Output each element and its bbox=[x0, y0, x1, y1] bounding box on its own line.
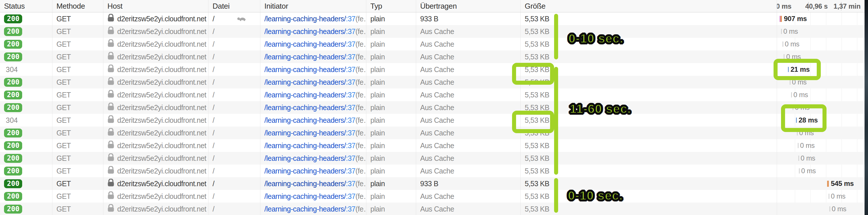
column-header-transferred[interactable]: Übertragen bbox=[416, 0, 521, 12]
initiator-cause: (fe… bbox=[355, 180, 366, 188]
status-badge: 200 bbox=[4, 53, 22, 61]
column-header-type[interactable]: Typ bbox=[366, 0, 416, 12]
request-row[interactable]: 304GETd2eritzsw5e2yi.cloudfront.net//lea… bbox=[0, 63, 868, 76]
initiator-link[interactable]: /learning-caching-headers/:37 bbox=[265, 91, 355, 99]
waterfall-cell: 0 ms bbox=[777, 190, 868, 203]
request-row[interactable]: 200GETd2eritzsw5e2yi.cloudfront.net//lea… bbox=[0, 164, 868, 177]
initiator-line-number: :37 bbox=[346, 15, 355, 23]
initiator-link[interactable]: /learning-caching-headers/:37 bbox=[265, 154, 355, 162]
waterfall-duration-text: 0 ms bbox=[786, 51, 801, 63]
column-header-label: Größe bbox=[525, 2, 546, 11]
initiator-link[interactable]: /learning-caching-headers/:37 bbox=[265, 180, 355, 188]
initiator-link[interactable]: /learning-caching-headers/:37 bbox=[265, 27, 355, 36]
request-row[interactable]: 200GETd2eritzsw5e2yi.cloudfront.net//lea… bbox=[0, 190, 868, 203]
desktop-wallpaper-edge bbox=[865, 0, 868, 215]
status-text: 304 bbox=[4, 116, 18, 124]
transferred-text: 933 B bbox=[420, 15, 438, 23]
initiator-link[interactable]: /learning-caching-headers/:37 bbox=[265, 192, 355, 201]
waterfall-timing-tick bbox=[829, 206, 830, 212]
initiator-link[interactable]: /learning-caching-headers/:37 bbox=[265, 78, 355, 87]
column-header-initiator[interactable]: Initiator bbox=[260, 0, 366, 12]
lock-icon bbox=[107, 141, 114, 150]
size-cell: 5,53 KB bbox=[521, 139, 777, 152]
column-header-waterfall[interactable]: 0 ms40,96 s1,37 min bbox=[777, 0, 868, 12]
initiator-link[interactable]: /learning-caching-headers/:37 bbox=[265, 40, 355, 49]
size-text: 5,53 KB bbox=[525, 15, 549, 23]
waterfall-timing-tick bbox=[793, 105, 794, 110]
column-header-size[interactable]: Größe bbox=[521, 0, 777, 12]
host-text: d2eritzsw5e2yi.cloudfront.net bbox=[117, 91, 206, 99]
initiator-link[interactable]: /learning-caching-headers/:37 bbox=[265, 116, 355, 124]
method-text: GET bbox=[57, 154, 71, 162]
initiator-link[interactable]: /learning-caching-headers/:37 bbox=[265, 142, 355, 150]
request-row[interactable]: 200GETd2eritzsw5e2yi.cloudfront.net//lea… bbox=[0, 89, 868, 101]
transferred-cell: Aus Cache bbox=[416, 164, 521, 177]
status-cell: 200 bbox=[0, 101, 53, 114]
size-text: 5,53 KB bbox=[525, 91, 549, 99]
initiator-link[interactable]: /learning-caching-headers/:37 bbox=[265, 65, 355, 74]
initiator-path: /learning-caching-headers/ bbox=[265, 192, 346, 200]
request-row[interactable]: 200GETd2eritzsw5e2yi.cloudfront.net//lea… bbox=[0, 101, 868, 114]
host-text: d2eritzsw5e2yi.cloudfront.net bbox=[117, 192, 206, 201]
initiator-link[interactable]: /learning-caching-headers/:37 bbox=[265, 53, 355, 61]
timeline-scale-label: 1,37 min bbox=[833, 0, 861, 12]
request-row[interactable]: 304GETd2eritzsw5e2yi.cloudfront.net//lea… bbox=[0, 114, 868, 126]
initiator-link[interactable]: /learning-caching-headers/:37 bbox=[265, 15, 355, 23]
request-row[interactable]: 200GETd2eritzsw5e2yi.cloudfront.net//lea… bbox=[0, 38, 868, 51]
column-header-status[interactable]: Status bbox=[0, 0, 53, 12]
host-cell: d2eritzsw5e2yi.cloudfront.net bbox=[103, 164, 209, 177]
request-row[interactable]: 200GETd2eritzsw5e2yi.cloudfront.net//lea… bbox=[0, 76, 868, 89]
file-text: / bbox=[213, 15, 214, 23]
method-text: GET bbox=[57, 180, 71, 188]
host-text: d2eritzsw5e2yi.cloudfront.net bbox=[117, 40, 206, 49]
transferred-text: Aus Cache bbox=[420, 205, 454, 213]
type-text: plain bbox=[370, 78, 385, 87]
waterfall-timing-tick bbox=[799, 168, 800, 174]
initiator-cell: /learning-caching-headers/:37 (fe… bbox=[260, 101, 366, 114]
initiator-cause: (fe… bbox=[355, 167, 366, 175]
method-text: GET bbox=[57, 192, 71, 201]
size-text: 5,53 KB bbox=[525, 129, 549, 137]
method-text: GET bbox=[57, 65, 71, 74]
initiator-link[interactable]: /learning-caching-headers/:37 bbox=[265, 205, 355, 213]
initiator-line-number: :37 bbox=[346, 192, 355, 200]
status-badge: 200 bbox=[4, 154, 22, 163]
column-header-method[interactable]: Methode bbox=[53, 0, 103, 12]
request-row[interactable]: 200GETd2eritzsw5e2yi.cloudfront.net//lea… bbox=[0, 51, 868, 63]
host-cell: d2eritzsw5e2yi.cloudfront.net bbox=[103, 203, 209, 215]
waterfall-timing-tick bbox=[784, 54, 784, 59]
file-text: / bbox=[213, 40, 214, 49]
column-header-host[interactable]: Host bbox=[103, 0, 209, 12]
initiator-link[interactable]: /learning-caching-headers/:37 bbox=[265, 167, 355, 175]
request-row[interactable]: 200GETd2eritzsw5e2yi.cloudfront.net//lea… bbox=[0, 139, 868, 152]
method-text: GET bbox=[57, 116, 71, 124]
network-request-list: 200GETd2eritzsw5e2yi.cloudfront.net//lea… bbox=[0, 12, 868, 215]
request-row[interactable]: 200GETd2eritzsw5e2yi.cloudfront.net//lea… bbox=[0, 177, 868, 190]
column-header-file[interactable]: Datei bbox=[209, 0, 260, 12]
lock-icon bbox=[107, 39, 114, 49]
waterfall-cell: 0 ms bbox=[777, 101, 868, 114]
status-text: 304 bbox=[4, 65, 18, 74]
initiator-line-number: :37 bbox=[346, 154, 355, 162]
method-cell: GET bbox=[53, 12, 103, 25]
file-text: / bbox=[213, 53, 214, 61]
initiator-link[interactable]: /learning-caching-headers/:37 bbox=[265, 129, 355, 137]
waterfall-timing-tick bbox=[790, 80, 790, 85]
request-row[interactable]: 200GETd2eritzsw5e2yi.cloudfront.net//lea… bbox=[0, 203, 868, 215]
request-row[interactable]: 200GETd2eritzsw5e2yi.cloudfront.net//lea… bbox=[0, 12, 868, 25]
waterfall-cell: 0 ms bbox=[777, 139, 868, 152]
file-cell: / bbox=[209, 25, 260, 38]
request-row[interactable]: 200GETd2eritzsw5e2yi.cloudfront.net//lea… bbox=[0, 25, 868, 38]
status-badge: 200 bbox=[4, 40, 22, 49]
initiator-link[interactable]: /learning-caching-headers/:37 bbox=[265, 103, 355, 112]
file-text: / bbox=[213, 180, 214, 188]
request-row[interactable]: 200GETd2eritzsw5e2yi.cloudfront.net//lea… bbox=[0, 152, 868, 164]
file-cell: / bbox=[209, 203, 260, 215]
file-cell: / bbox=[209, 76, 260, 89]
transferred-cell: Aus Cache bbox=[416, 190, 521, 203]
type-cell: plain bbox=[366, 76, 416, 89]
request-row[interactable]: 200GETd2eritzsw5e2yi.cloudfront.net//lea… bbox=[0, 126, 868, 139]
method-cell: GET bbox=[53, 203, 103, 215]
initiator-cause: (fe… bbox=[355, 103, 366, 112]
type-text: plain bbox=[370, 205, 385, 213]
